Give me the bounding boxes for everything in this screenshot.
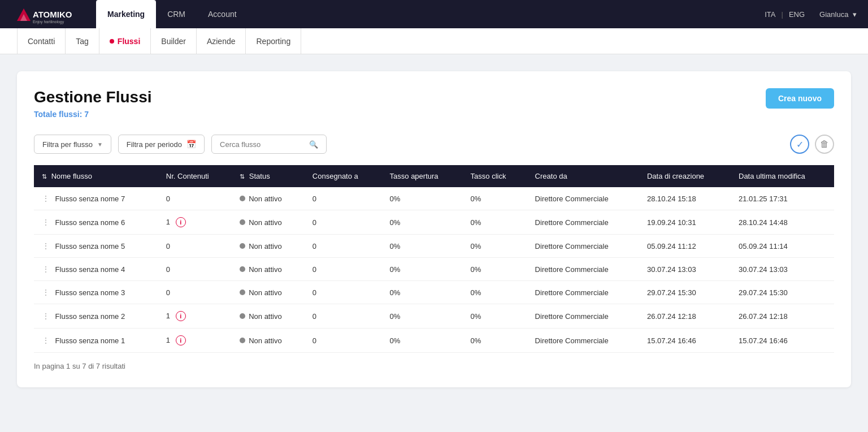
info-icon[interactable]: i xyxy=(176,311,186,321)
main-content: Gestione Flussi Totale flussi: 7 Crea nu… xyxy=(0,54,868,410)
drag-icon[interactable]: ⋮ xyxy=(42,288,50,297)
sub-nav: Contatti Tag Flussi Builder Aziende Repo… xyxy=(0,28,868,54)
cell-nr: 0 xyxy=(158,235,232,258)
drag-icon[interactable]: ⋮ xyxy=(42,312,50,321)
col-status[interactable]: ⇅ Status xyxy=(232,165,305,187)
status-dot xyxy=(240,313,245,319)
cell-data-modifica: 30.07.24 13:03 xyxy=(731,258,834,281)
table-row[interactable]: ⋮ Flusso senza nome 2 1 i Non attivo 0 0… xyxy=(34,304,834,329)
cell-creato-da: Direttore Commerciale xyxy=(527,304,639,329)
status-dot xyxy=(240,219,245,225)
top-nav-right: ITA | ENG Gianluca ▾ xyxy=(765,0,857,28)
cell-data-creazione: 05.09.24 11:12 xyxy=(639,235,731,258)
col-creato-da: Creato da xyxy=(527,165,639,187)
drag-icon[interactable]: ⋮ xyxy=(42,241,50,250)
table-row[interactable]: ⋮ Flusso senza nome 1 1 i Non attivo 0 0… xyxy=(34,329,834,353)
cell-creato-da: Direttore Commerciale xyxy=(527,235,639,258)
cell-nr: 1 i xyxy=(158,304,232,329)
table-row[interactable]: ⋮ Flusso senza nome 4 0 Non attivo 0 0% … xyxy=(34,258,834,281)
cell-data-modifica: 15.07.24 16:46 xyxy=(731,329,834,353)
cell-consegnato: 0 xyxy=(305,304,382,329)
status-dot xyxy=(240,266,245,272)
cell-creato-da: Direttore Commerciale xyxy=(527,210,639,235)
search-input[interactable] xyxy=(220,140,305,149)
cell-status: Non attivo xyxy=(232,235,305,258)
cell-consegnato: 0 xyxy=(305,258,382,281)
cell-tasso-click: 0% xyxy=(463,210,527,235)
cell-nome: ⋮ Flusso senza nome 3 xyxy=(34,281,158,304)
info-icon[interactable]: i xyxy=(176,335,186,345)
status-dot xyxy=(240,243,245,249)
filters: Filtra per flusso ▼ Filtra per periodo 📅… xyxy=(34,135,327,154)
cell-tasso-click: 0% xyxy=(463,187,527,210)
cell-data-modifica: 29.07.24 15:30 xyxy=(731,281,834,304)
cell-creato-da: Direttore Commerciale xyxy=(527,281,639,304)
cell-nr: 0 xyxy=(158,258,232,281)
drag-icon[interactable]: ⋮ xyxy=(42,265,50,274)
subnav-builder[interactable]: Builder xyxy=(151,28,197,54)
cell-nome: ⋮ Flusso senza nome 5 xyxy=(34,235,158,258)
table-row[interactable]: ⋮ Flusso senza nome 3 0 Non attivo 0 0% … xyxy=(34,281,834,304)
lang-eng[interactable]: ENG xyxy=(789,10,805,19)
cell-tasso-click: 0% xyxy=(463,235,527,258)
cell-status: Non attivo xyxy=(232,258,305,281)
lang-ita[interactable]: ITA xyxy=(765,10,775,19)
delete-action-button[interactable]: 🗑 xyxy=(815,135,834,154)
cell-data-modifica: 21.01.25 17:31 xyxy=(731,187,834,210)
table-row[interactable]: ⋮ Flusso senza nome 7 0 Non attivo 0 0% … xyxy=(34,187,834,210)
table-row[interactable]: ⋮ Flusso senza nome 5 0 Non attivo 0 0% … xyxy=(34,235,834,258)
header-row: Filtra per flusso ▼ Filtra per periodo 📅… xyxy=(34,135,834,154)
cell-tasso-apertura: 0% xyxy=(382,329,463,353)
status-dot xyxy=(240,338,245,343)
cell-data-creazione: 29.07.24 15:30 xyxy=(639,281,731,304)
nav-marketing[interactable]: Marketing xyxy=(96,0,156,28)
cell-data-modifica: 05.09.24 11:14 xyxy=(731,235,834,258)
cell-creato-da: Direttore Commerciale xyxy=(527,187,639,210)
cell-tasso-click: 0% xyxy=(463,304,527,329)
lang-sep: | xyxy=(782,10,783,19)
cell-tasso-click: 0% xyxy=(463,329,527,353)
check-action-button[interactable]: ✓ xyxy=(790,135,809,154)
cell-consegnato: 0 xyxy=(305,235,382,258)
table-row[interactable]: ⋮ Flusso senza nome 6 1 i Non attivo 0 0… xyxy=(34,210,834,235)
page-card: Gestione Flussi Totale flussi: 7 Crea nu… xyxy=(17,71,851,387)
filter-flusso[interactable]: Filtra per flusso ▼ xyxy=(34,135,111,154)
cell-status: Non attivo xyxy=(232,210,305,235)
cell-data-creazione: 30.07.24 13:03 xyxy=(639,258,731,281)
drag-icon[interactable]: ⋮ xyxy=(42,336,50,345)
cell-nome: ⋮ Flusso senza nome 1 xyxy=(34,329,158,353)
drag-icon[interactable]: ⋮ xyxy=(42,218,50,227)
cell-status: Non attivo xyxy=(232,281,305,304)
cell-nome: ⋮ Flusso senza nome 7 xyxy=(34,187,158,210)
logo[interactable]: ATOMIKO Enjoy hartilnology xyxy=(11,3,85,25)
filter-periodo[interactable]: Filtra per periodo 📅 xyxy=(118,135,205,154)
crea-nuovo-button[interactable]: Crea nuovo xyxy=(766,88,834,109)
cell-tasso-click: 0% xyxy=(463,258,527,281)
subnav-contatti[interactable]: Contatti xyxy=(17,28,66,54)
cell-tasso-click: 0% xyxy=(463,281,527,304)
total-count: 7 xyxy=(84,110,89,119)
page-title: Gestione Flussi xyxy=(34,88,152,106)
col-data-modifica: Data ultima modifica xyxy=(731,165,834,187)
subnav-flussi[interactable]: Flussi xyxy=(99,28,151,54)
status-dot xyxy=(240,196,245,201)
svg-text:Enjoy hartilnology: Enjoy hartilnology xyxy=(33,20,64,24)
drag-icon[interactable]: ⋮ xyxy=(42,194,50,203)
calendar-icon: 📅 xyxy=(186,140,196,149)
cell-data-modifica: 26.07.24 12:18 xyxy=(731,304,834,329)
cell-creato-da: Direttore Commerciale xyxy=(527,258,639,281)
subnav-reporting[interactable]: Reporting xyxy=(246,28,301,54)
cell-tasso-apertura: 0% xyxy=(382,187,463,210)
cell-creato-da: Direttore Commerciale xyxy=(527,329,639,353)
search-box[interactable]: 🔍 xyxy=(211,135,327,154)
col-nome[interactable]: ⇅ Nome flusso xyxy=(34,165,158,187)
col-nr: Nr. Contenuti xyxy=(158,165,232,187)
flussi-dot xyxy=(110,39,114,44)
subnav-tag[interactable]: Tag xyxy=(66,28,99,54)
col-tasso-click: Tasso click xyxy=(463,165,527,187)
info-icon[interactable]: i xyxy=(176,217,186,227)
nav-account[interactable]: Account xyxy=(197,0,248,28)
nav-crm[interactable]: CRM xyxy=(156,0,197,28)
subnav-aziende[interactable]: Aziende xyxy=(197,28,246,54)
user-menu[interactable]: Gianluca ▾ xyxy=(819,10,857,19)
